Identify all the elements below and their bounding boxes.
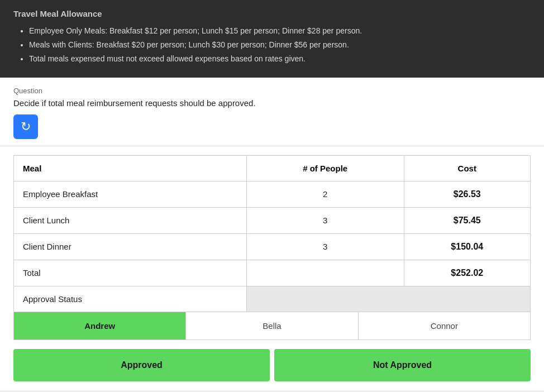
allowance-item-1: Employee Only Meals: Breakfast $12 per p… <box>29 24 531 38</box>
allowance-item-2: Meals with Clients: Breakfast $20 per pe… <box>29 38 531 52</box>
not-approved-button[interactable]: Not Approved <box>274 349 531 381</box>
main-container: Travel Meal Allowance Employee Only Meal… <box>0 0 544 390</box>
meal-cost: $150.04 <box>404 233 530 260</box>
col-meal: Meal <box>14 155 247 181</box>
table-row: Client Dinner 3 $150.04 <box>14 233 531 260</box>
meal-name: Client Lunch <box>14 207 247 233</box>
meal-name: Total <box>14 260 247 286</box>
action-buttons: Approved Not Approved <box>13 349 531 381</box>
meal-people: 3 <box>246 207 404 233</box>
meal-people: 2 <box>246 181 404 207</box>
allowance-title: Travel Meal Allowance <box>13 9 531 18</box>
meal-people <box>246 260 404 286</box>
approval-row: Approval Status <box>14 286 531 312</box>
meal-name: Employee Breakfast <box>14 181 247 207</box>
allowance-list: Employee Only Meals: Breakfast $12 per p… <box>13 24 531 66</box>
question-section: Question Decide if total meal reimbursem… <box>0 78 544 146</box>
tabs-row: Andrew Bella Connor <box>13 312 531 340</box>
meal-cost: $26.53 <box>404 181 530 207</box>
allowance-item-3: Total meals expensed must not exceed all… <box>29 52 531 66</box>
meal-name: Client Dinner <box>14 233 247 260</box>
approval-value <box>246 286 530 312</box>
refresh-icon: ↻ <box>21 119 31 134</box>
table-section: Meal # of People Cost Employee Breakfast… <box>0 146 544 312</box>
approval-label: Approval Status <box>14 286 247 312</box>
tab-connor[interactable]: Connor <box>359 312 530 340</box>
allowance-section: Travel Meal Allowance Employee Only Meal… <box>0 0 544 78</box>
table-header-row: Meal # of People Cost <box>14 155 531 181</box>
approved-button[interactable]: Approved <box>13 349 270 381</box>
question-label: Question <box>13 87 531 95</box>
table-row: Total $252.02 <box>14 260 531 286</box>
question-text: Decide if total meal reimbursement reque… <box>13 98 531 108</box>
tab-bella[interactable]: Bella <box>186 312 358 340</box>
col-people: # of People <box>246 155 404 181</box>
meal-table: Meal # of People Cost Employee Breakfast… <box>13 155 531 312</box>
table-row: Client Lunch 3 $75.45 <box>14 207 531 233</box>
refresh-button[interactable]: ↻ <box>13 114 38 139</box>
table-row: Employee Breakfast 2 $26.53 <box>14 181 531 207</box>
col-cost: Cost <box>404 155 530 181</box>
meal-people: 3 <box>246 233 404 260</box>
meal-cost: $252.02 <box>404 260 530 286</box>
tab-andrew[interactable]: Andrew <box>14 312 186 340</box>
meal-cost: $75.45 <box>404 207 530 233</box>
